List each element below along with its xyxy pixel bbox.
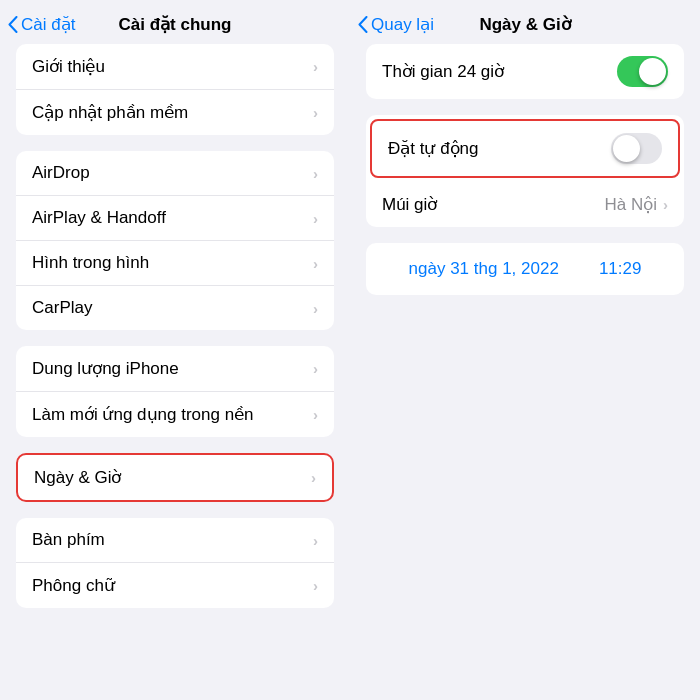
row-right: › bbox=[313, 300, 318, 317]
time-value[interactable]: 11:29 bbox=[599, 259, 642, 279]
left-nav-title: Cài đặt chung bbox=[119, 14, 232, 35]
left-back-button[interactable]: Cài đặt bbox=[8, 14, 75, 35]
row-right bbox=[611, 133, 662, 164]
date-value[interactable]: ngày 31 thg 1, 2022 bbox=[409, 259, 559, 279]
right-nav-title: Ngày & Giờ bbox=[479, 14, 570, 35]
chevron-icon: › bbox=[313, 406, 318, 423]
chevron-icon: › bbox=[313, 300, 318, 317]
toggle-dat-tu-dong[interactable] bbox=[611, 133, 662, 164]
left-back-label: Cài đặt bbox=[21, 14, 75, 35]
left-content: Giới thiệu › Cập nhật phần mềm › AirDrop… bbox=[0, 44, 350, 700]
row-right: › bbox=[313, 104, 318, 121]
right-group-time24: Thời gian 24 giờ bbox=[366, 44, 684, 99]
right-content: Thời gian 24 giờ Đặt tự động bbox=[350, 44, 700, 700]
row-label: Hình trong hình bbox=[32, 253, 313, 273]
left-nav-bar: Cài đặt Cài đặt chung bbox=[0, 0, 350, 44]
chevron-icon: › bbox=[311, 469, 316, 486]
settings-group-2: AirDrop › AirPlay & Handoff › Hình trong… bbox=[16, 151, 334, 330]
chevron-icon: › bbox=[313, 210, 318, 227]
right-group-datetime: ngày 31 thg 1, 2022 11:29 bbox=[366, 243, 684, 295]
row-label: Cập nhật phần mềm bbox=[32, 102, 313, 123]
toggle-thumb bbox=[613, 135, 640, 162]
chevron-icon: › bbox=[313, 360, 318, 377]
chevron-icon: › bbox=[313, 58, 318, 75]
settings-row-ngay-gio[interactable]: Ngày & Giờ › bbox=[18, 455, 332, 500]
row-label: Ngày & Giờ bbox=[34, 467, 311, 488]
right-back-button[interactable]: Quay lại bbox=[358, 14, 434, 35]
row-right: › bbox=[313, 360, 318, 377]
settings-row-ban-phim[interactable]: Bàn phím › bbox=[16, 518, 334, 563]
row-right: › bbox=[313, 255, 318, 272]
row-right: › bbox=[313, 577, 318, 594]
settings-row-airplay[interactable]: AirPlay & Handoff › bbox=[16, 196, 334, 241]
left-panel: Cài đặt Cài đặt chung Giới thiệu › Cập n… bbox=[0, 0, 350, 700]
row-right bbox=[617, 56, 668, 87]
toggle-thoi-gian-24h[interactable] bbox=[617, 56, 668, 87]
row-label: Dung lượng iPhone bbox=[32, 358, 313, 379]
settings-row-lam-moi[interactable]: Làm mới ứng dụng trong nền › bbox=[16, 392, 334, 437]
row-right: › bbox=[313, 165, 318, 182]
timezone-value: Hà Nội bbox=[604, 194, 657, 215]
settings-group-4-highlighted: Ngày & Giờ › bbox=[16, 453, 334, 502]
settings-group-5: Bàn phím › Phông chữ › bbox=[16, 518, 334, 608]
settings-row-dat-tu-dong[interactable]: Đặt tự động bbox=[370, 119, 680, 178]
settings-group-3: Dung lượng iPhone › Làm mới ứng dụng tro… bbox=[16, 346, 334, 437]
row-label: Thời gian 24 giờ bbox=[382, 61, 617, 82]
chevron-icon: › bbox=[313, 255, 318, 272]
chevron-icon: › bbox=[313, 165, 318, 182]
row-label: AirPlay & Handoff bbox=[32, 208, 313, 228]
row-right: › bbox=[313, 532, 318, 549]
row-right: › bbox=[313, 58, 318, 75]
settings-row-gioi-thieu[interactable]: Giới thiệu › bbox=[16, 44, 334, 90]
toggle-thumb bbox=[639, 58, 666, 85]
row-label: Múi giờ bbox=[382, 194, 604, 215]
row-label: CarPlay bbox=[32, 298, 313, 318]
row-right: Hà Nội › bbox=[604, 194, 668, 215]
settings-row-mui-gio[interactable]: Múi giờ Hà Nội › bbox=[366, 182, 684, 227]
right-panel: Quay lại Ngày & Giờ Thời gian 24 giờ Đặt… bbox=[350, 0, 700, 700]
row-right: › bbox=[311, 469, 316, 486]
row-right: › bbox=[313, 406, 318, 423]
chevron-icon: › bbox=[313, 104, 318, 121]
row-label: Bàn phím bbox=[32, 530, 313, 550]
row-label: Làm mới ứng dụng trong nền bbox=[32, 404, 313, 425]
settings-group-1: Giới thiệu › Cập nhật phần mềm › bbox=[16, 44, 334, 135]
settings-row-phong-chu[interactable]: Phông chữ › bbox=[16, 563, 334, 608]
chevron-icon: › bbox=[313, 532, 318, 549]
row-label: AirDrop bbox=[32, 163, 313, 183]
right-back-label: Quay lại bbox=[371, 14, 434, 35]
chevron-icon: › bbox=[663, 196, 668, 213]
right-nav-bar: Quay lại Ngày & Giờ bbox=[350, 0, 700, 44]
row-right: › bbox=[313, 210, 318, 227]
settings-row-cap-nhat[interactable]: Cập nhật phần mềm › bbox=[16, 90, 334, 135]
date-time-row: ngày 31 thg 1, 2022 11:29 bbox=[366, 243, 684, 295]
settings-row-airdrop[interactable]: AirDrop › bbox=[16, 151, 334, 196]
right-group-auto: Đặt tự động Múi giờ Hà Nội › bbox=[366, 115, 684, 227]
row-label: Giới thiệu bbox=[32, 56, 313, 77]
row-label: Đặt tự động bbox=[388, 138, 611, 159]
settings-row-thoi-gian[interactable]: Thời gian 24 giờ bbox=[366, 44, 684, 99]
chevron-icon: › bbox=[313, 577, 318, 594]
settings-row-hinh-trong-hinh[interactable]: Hình trong hình › bbox=[16, 241, 334, 286]
settings-row-dung-luong[interactable]: Dung lượng iPhone › bbox=[16, 346, 334, 392]
settings-row-carplay[interactable]: CarPlay › bbox=[16, 286, 334, 330]
row-label: Phông chữ bbox=[32, 575, 313, 596]
